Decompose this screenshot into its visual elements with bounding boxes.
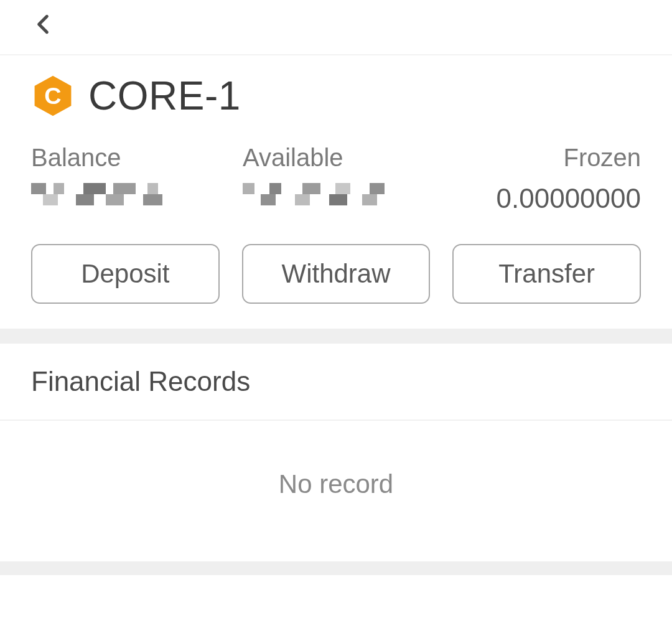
svg-text:C: C: [44, 83, 61, 109]
actions-row: Deposit Withdraw Transfer: [31, 244, 641, 304]
transfer-button[interactable]: Transfer: [452, 244, 641, 304]
back-icon[interactable]: [31, 12, 55, 36]
core-hexagon-icon: C: [31, 74, 75, 118]
frozen-column: Frozen 0.00000000: [442, 144, 641, 214]
available-value-redacted: [243, 183, 392, 205]
balances-row: Balance Available Frozen 0.00000000: [31, 144, 641, 214]
frozen-value: 0.00000000: [497, 183, 641, 214]
records-section: Financial Records No record: [0, 344, 672, 561]
balance-value-redacted: [31, 183, 180, 205]
asset-name: CORE-1: [88, 73, 241, 119]
available-label: Available: [243, 144, 343, 172]
frozen-label: Frozen: [564, 144, 642, 172]
balance-column: Balance: [31, 144, 230, 214]
asset-section: C CORE-1 Balance Available Frozen 0.0000…: [0, 55, 672, 329]
balance-label: Balance: [31, 144, 121, 172]
section-divider: [0, 329, 672, 344]
available-column: Available: [230, 144, 442, 214]
asset-header: C CORE-1: [31, 73, 641, 119]
withdraw-button[interactable]: Withdraw: [242, 244, 431, 304]
records-title: Financial Records: [31, 366, 641, 420]
no-record-text: No record: [279, 469, 393, 499]
bottom-divider: [0, 561, 672, 575]
no-record-area: No record: [31, 421, 641, 561]
deposit-button[interactable]: Deposit: [31, 244, 220, 304]
header-bar: [0, 0, 672, 54]
